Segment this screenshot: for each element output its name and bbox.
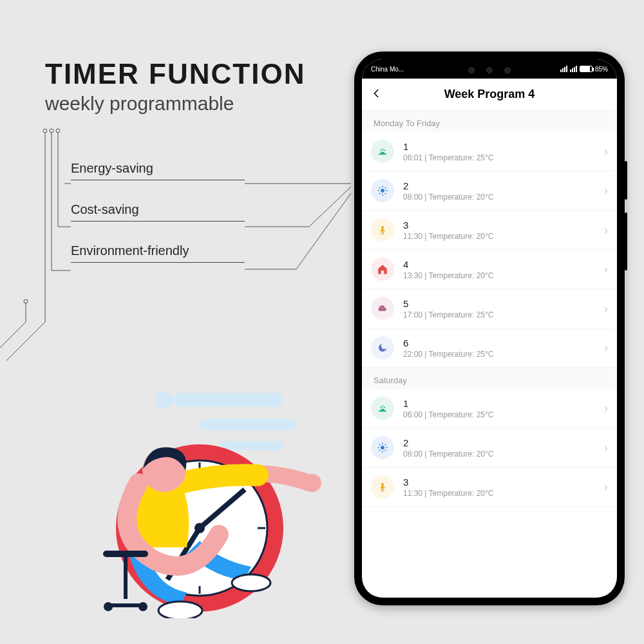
svg-line-26 bbox=[385, 450, 386, 451]
svg-point-29 bbox=[381, 483, 384, 486]
svg-point-56 bbox=[303, 474, 321, 492]
sunrise-icon bbox=[371, 140, 394, 163]
svg-point-55 bbox=[232, 574, 270, 591]
svg-rect-38 bbox=[219, 441, 283, 450]
row-number: 6 bbox=[403, 337, 604, 348]
program-row[interactable]: 311:30 | Temperature: 20°C› bbox=[362, 211, 617, 250]
bullet-cost: Cost-saving bbox=[71, 202, 245, 222]
svg-rect-35 bbox=[174, 393, 283, 407]
program-row[interactable]: 208:00 | Temperature: 20°C› bbox=[362, 171, 617, 211]
phone-mockup: China Mo... 85% Week Program 4 Monday To… bbox=[354, 52, 625, 605]
row-detail: 11:30 | Temperature: 20°C bbox=[403, 232, 604, 241]
svg-line-25 bbox=[379, 444, 381, 446]
person-icon bbox=[371, 475, 394, 498]
phone-notch bbox=[467, 66, 512, 75]
svg-line-15 bbox=[381, 232, 382, 234]
svg-rect-14 bbox=[382, 229, 384, 232]
signal-icon-2 bbox=[570, 66, 577, 72]
row-number: 3 bbox=[403, 220, 604, 231]
bullet-energy: Energy-saving bbox=[71, 161, 245, 180]
svg-point-54 bbox=[158, 601, 202, 618]
svg-point-20 bbox=[381, 446, 384, 450]
svg-line-16 bbox=[383, 232, 384, 234]
chevron-right-icon: › bbox=[604, 402, 608, 415]
program-row[interactable]: 311:30 | Temperature: 20°C› bbox=[362, 468, 617, 507]
feature-bullets: Energy-saving Cost-saving Environment-fr… bbox=[71, 161, 245, 285]
svg-line-12 bbox=[379, 193, 381, 194]
row-number: 3 bbox=[403, 477, 604, 488]
app-header: Week Program 4 bbox=[362, 79, 617, 111]
person-icon bbox=[371, 218, 394, 242]
sun-icon bbox=[371, 179, 394, 202]
row-number: 5 bbox=[403, 298, 604, 309]
signal-icon bbox=[560, 66, 567, 72]
screen-title: Week Program 4 bbox=[444, 88, 535, 101]
program-row[interactable]: 106:01 | Temperature: 25°C› bbox=[362, 132, 617, 171]
row-detail: 08:00 | Temperature: 20°C bbox=[403, 450, 604, 459]
svg-point-1 bbox=[50, 129, 53, 133]
svg-point-13 bbox=[381, 226, 384, 229]
svg-line-9 bbox=[379, 187, 381, 189]
program-row[interactable]: 208:00 | Temperature: 20°C› bbox=[362, 428, 617, 468]
row-detail: 06:00 | Temperature: 25°C bbox=[403, 410, 604, 419]
sun-icon bbox=[371, 436, 394, 459]
main-subtitle: weekly programmable bbox=[45, 93, 305, 115]
battery-icon bbox=[580, 66, 592, 72]
svg-point-36 bbox=[155, 391, 173, 409]
svg-line-32 bbox=[383, 489, 384, 491]
program-row[interactable]: 106:00 | Temperature: 25°C› bbox=[362, 389, 617, 428]
svg-line-28 bbox=[379, 450, 381, 451]
svg-line-33 bbox=[381, 486, 382, 488]
chevron-right-icon: › bbox=[604, 263, 608, 276]
chevron-right-icon: › bbox=[604, 302, 608, 316]
svg-line-17 bbox=[381, 229, 382, 231]
row-detail: 11:30 | Temperature: 20°C bbox=[403, 489, 604, 498]
sunrise-icon bbox=[371, 397, 394, 420]
clock-illustration bbox=[52, 386, 328, 618]
svg-rect-49 bbox=[103, 551, 148, 557]
row-number: 1 bbox=[403, 141, 604, 152]
main-title: TIMER FUNCTION bbox=[45, 58, 305, 90]
svg-point-53 bbox=[138, 602, 147, 611]
home-icon bbox=[371, 258, 394, 281]
row-detail: 06:01 | Temperature: 25°C bbox=[403, 153, 604, 162]
svg-point-47 bbox=[194, 523, 205, 533]
svg-line-27 bbox=[385, 444, 386, 446]
chevron-right-icon: › bbox=[604, 145, 608, 158]
bullet-environment: Environment-friendly bbox=[71, 243, 245, 263]
program-row[interactable]: 622:00 | Temperature: 25°C› bbox=[362, 328, 617, 368]
chevron-right-icon: › bbox=[604, 480, 608, 494]
row-detail: 22:00 | Temperature: 25°C bbox=[403, 350, 604, 359]
svg-point-3 bbox=[24, 299, 28, 303]
svg-point-52 bbox=[104, 602, 113, 611]
svg-rect-30 bbox=[382, 486, 384, 489]
back-button[interactable] bbox=[371, 88, 383, 99]
row-number: 2 bbox=[403, 180, 604, 191]
carrier-label: China Mo... bbox=[371, 66, 404, 73]
svg-point-4 bbox=[381, 189, 384, 193]
row-number: 4 bbox=[403, 259, 604, 270]
chevron-right-icon: › bbox=[604, 341, 608, 355]
svg-point-0 bbox=[43, 129, 47, 133]
svg-line-34 bbox=[383, 486, 384, 488]
svg-line-11 bbox=[385, 187, 386, 189]
cloud-icon bbox=[371, 297, 394, 320]
program-row[interactable]: 517:00 | Temperature: 25°C› bbox=[362, 289, 617, 328]
svg-line-18 bbox=[383, 229, 384, 231]
svg-rect-37 bbox=[200, 419, 296, 430]
row-number: 2 bbox=[403, 437, 604, 448]
svg-line-10 bbox=[385, 193, 386, 194]
moon-icon bbox=[371, 336, 394, 359]
row-number: 1 bbox=[403, 398, 604, 409]
battery-label: 85% bbox=[595, 66, 608, 73]
section-header: Monday To Friday bbox=[362, 111, 617, 132]
svg-line-31 bbox=[381, 489, 382, 491]
chevron-right-icon: › bbox=[604, 184, 608, 198]
chevron-right-icon: › bbox=[604, 223, 608, 237]
row-detail: 17:00 | Temperature: 25°C bbox=[403, 310, 604, 319]
chevron-right-icon: › bbox=[604, 441, 608, 455]
program-list: Monday To Friday106:01 | Temperature: 25… bbox=[362, 111, 617, 507]
program-row[interactable]: 413:30 | Temperature: 20°C› bbox=[362, 250, 617, 289]
headline-block: TIMER FUNCTION weekly programmable bbox=[45, 58, 305, 115]
row-detail: 08:00 | Temperature: 20°C bbox=[403, 193, 604, 202]
